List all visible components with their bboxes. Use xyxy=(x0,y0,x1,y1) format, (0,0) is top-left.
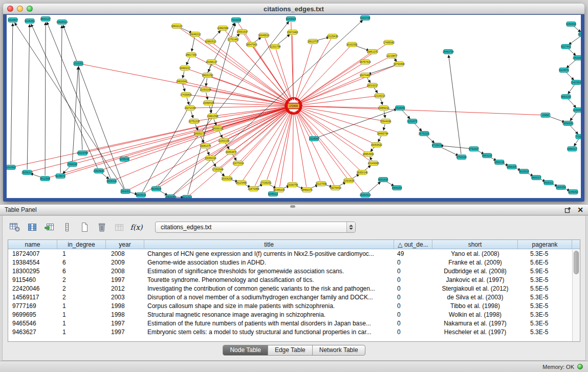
graph-node[interactable]: 15972463 xyxy=(287,30,298,35)
graph-node[interactable]: 9505316 xyxy=(106,179,117,184)
graph-node[interactable]: 2016351 xyxy=(73,61,83,66)
graph-node[interactable]: 16059422 xyxy=(371,143,382,147)
table-row[interactable]: 1456911722003Disruption of a novel membe… xyxy=(8,293,572,302)
graph-node[interactable]: 16649510 xyxy=(258,33,269,38)
graph-node[interactable]: 1824807 xyxy=(8,18,18,23)
graph-node[interactable]: 18350146 xyxy=(356,170,367,175)
graph-node[interactable]: 9550136 xyxy=(494,160,505,165)
graph-node[interactable]: 9150363 xyxy=(566,22,576,27)
graph-node[interactable]: 1918549 xyxy=(309,137,319,141)
tab-network-table[interactable]: Network Table xyxy=(313,345,365,355)
table-row[interactable]: 911546021997Tourette syndrome. Phenomeno… xyxy=(8,276,572,285)
graph-node[interactable]: 18260513 xyxy=(359,193,371,198)
graph-node[interactable]: 9260563 xyxy=(7,165,16,170)
graph-node[interactable]: 11063542 xyxy=(573,108,581,113)
graph-node[interactable]: 19306254 xyxy=(221,177,232,181)
graph-node[interactable]: 18495794 xyxy=(377,132,388,136)
graph-node[interactable]: 8906254 xyxy=(392,186,402,190)
graph-node[interactable]: 7730504 xyxy=(575,135,581,139)
graph-node[interactable]: 11548408 xyxy=(578,32,581,37)
column-header-in-degree[interactable]: in_degree xyxy=(57,240,106,249)
graph-node[interactable]: 9245062 xyxy=(568,190,578,194)
graph-node[interactable]: 20906354 xyxy=(165,195,176,199)
column-icon[interactable] xyxy=(60,221,74,234)
graph-node[interactable]: 15544091 xyxy=(380,119,391,124)
table-row[interactable]: 946554611997Estimation of the future num… xyxy=(8,319,572,328)
graph-node[interactable]: 19450873 xyxy=(225,150,236,155)
graph-node[interactable]: 18547903 xyxy=(246,42,257,47)
graph-node[interactable]: 18125460 xyxy=(235,181,247,185)
graph-node[interactable]: 22075319 xyxy=(232,161,244,166)
column-header-short[interactable]: short xyxy=(432,240,518,249)
graph-node[interactable]: 25056312 xyxy=(21,170,33,175)
zoom-window-button[interactable] xyxy=(27,6,33,12)
float-panel-icon[interactable] xyxy=(564,207,571,213)
graph-node[interactable]: 18905173 xyxy=(193,132,205,136)
graph-node[interactable]: 12125439 xyxy=(326,34,338,39)
graph-node[interactable]: 9191975 xyxy=(407,119,418,124)
close-window-button[interactable] xyxy=(7,6,13,12)
graph-node[interactable]: 6793194 xyxy=(456,155,467,160)
network-window[interactable]: citations_edges.txt 18248079106281866012… xyxy=(3,4,584,202)
graph-node[interactable]: 22751205 xyxy=(188,119,200,124)
column-header-name[interactable]: name xyxy=(8,240,57,249)
graph-node[interactable]: 9106281 xyxy=(25,19,35,24)
close-panel-icon[interactable]: ✕ xyxy=(577,206,583,213)
column-header-title[interactable]: title xyxy=(144,240,394,249)
graph-node[interactable]: 19793493 xyxy=(394,62,405,67)
network-window-titlebar[interactable]: citations_edges.txt xyxy=(3,4,584,14)
graph-node[interactable]: 9791637 xyxy=(469,147,479,151)
graph-node[interactable]: 9051635 xyxy=(378,178,388,182)
graph-node[interactable]: 11423504 xyxy=(571,80,581,85)
table-source-dropdown[interactable]: citations_edges.txt xyxy=(155,222,356,233)
graph-node[interactable]: 2568292 xyxy=(67,162,77,167)
graph-node[interactable]: 2906351 xyxy=(120,189,130,194)
graph-node[interactable]: 12116213 xyxy=(374,94,385,98)
new-document-icon[interactable] xyxy=(77,221,91,234)
graph-node[interactable]: 16074487 xyxy=(359,73,371,78)
graph-node[interactable]: 22860584 xyxy=(217,26,228,31)
graph-node[interactable]: 18631250 xyxy=(202,73,213,78)
graph-node[interactable]: 8715637 xyxy=(432,143,442,148)
graph-node[interactable]: 18016217 xyxy=(367,83,378,88)
graph-node[interactable]: 15591637 xyxy=(236,30,248,34)
graph-node[interactable]: 9105672 xyxy=(55,174,66,179)
graph-node[interactable]: 9255036 xyxy=(119,157,129,162)
graph-node[interactable]: 10828513 xyxy=(56,20,68,25)
graph-node[interactable]: 19460217 xyxy=(179,66,190,71)
graph-node[interactable]: 9406312 xyxy=(543,181,554,185)
table-columns-icon[interactable] xyxy=(25,221,39,234)
graph-node[interactable]: 8816351 xyxy=(182,195,192,199)
graph-node[interactable]: 172409 xyxy=(287,103,299,109)
network-canvas[interactable]: 1824807910628186601271082851320163517916… xyxy=(7,15,581,198)
graph-node[interactable]: 8906317 xyxy=(531,176,541,180)
graph-node[interactable]: 1896305 xyxy=(507,165,517,169)
graph-node[interactable]: 21093164 xyxy=(200,87,211,92)
graph-node[interactable]: 19272153 xyxy=(184,106,195,111)
graph-node[interactable]: 20098137 xyxy=(206,60,217,64)
graph-node[interactable]: 9634504 xyxy=(151,187,162,191)
graph-node[interactable]: 24820941 xyxy=(176,79,187,84)
table-panel-header[interactable]: Table Panel ✕ xyxy=(0,204,588,215)
graph-node[interactable]: 17036251 xyxy=(260,181,271,185)
graph-node[interactable]: 19489210 xyxy=(378,106,389,111)
column-header-year[interactable]: year xyxy=(106,240,144,249)
graph-node[interactable]: 23190756 xyxy=(287,183,298,187)
graph-node[interactable]: 18817350 xyxy=(185,53,197,57)
graph-node[interactable]: 18306192 xyxy=(212,126,223,131)
graph-node[interactable]: 16753191 xyxy=(419,132,430,136)
table-row[interactable]: 969969511998Structural magnetic resonanc… xyxy=(8,311,572,319)
graph-node[interactable]: 19613705 xyxy=(307,39,318,44)
table-scrollbar-thumb[interactable] xyxy=(574,251,579,274)
table-row[interactable]: 1938455462009Genome-wide association stu… xyxy=(8,258,572,267)
graph-node[interactable]: 12751463 xyxy=(227,37,238,42)
graph-node[interactable]: 17263549 xyxy=(212,167,223,172)
graph-node[interactable]: 18602123 xyxy=(171,24,182,29)
table-settings-icon[interactable] xyxy=(8,221,21,234)
graph-node[interactable]: 9630518 xyxy=(519,169,529,174)
table-row[interactable]: 977716911998Corpus callosum shape and si… xyxy=(8,302,572,311)
graph-node[interactable]: 16593051 xyxy=(562,121,574,126)
graph-node[interactable]: 7916293 xyxy=(231,18,242,23)
column-header-out-de[interactable]: △ out_de... xyxy=(394,240,432,249)
column-header-pagerank[interactable]: pagerank xyxy=(518,240,572,249)
